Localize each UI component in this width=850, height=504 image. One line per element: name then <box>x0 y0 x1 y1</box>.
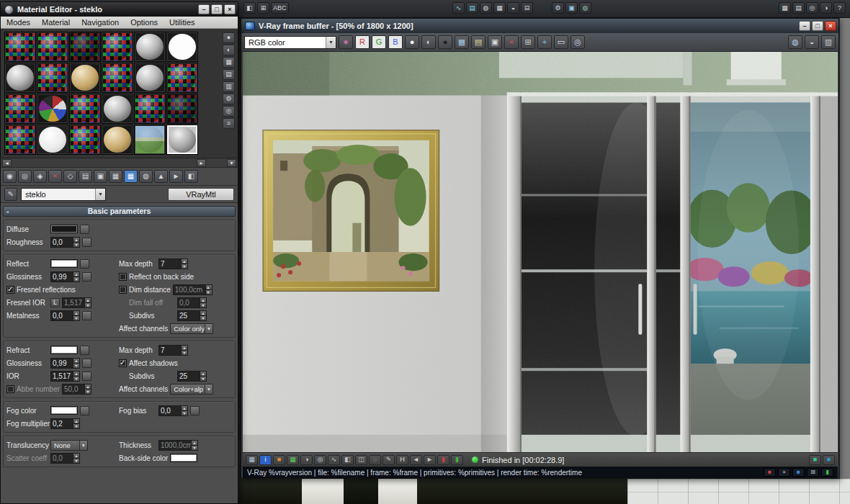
spinner-down-arrow[interactable] <box>85 389 91 394</box>
spinner-value[interactable]: 100,0cm <box>174 285 205 294</box>
display-toggle-icon[interactable]: ◑ <box>820 2 832 14</box>
spinner-value[interactable]: 7 <box>159 346 181 355</box>
show-map-in-viewport-icon[interactable]: ▦ <box>124 170 138 183</box>
sample-type-icon[interactable]: ● <box>223 32 235 43</box>
scroll-down-arrow[interactable]: ▼ <box>227 159 236 167</box>
spinner-value[interactable]: 0,0 <box>178 298 200 307</box>
curve-editor-icon[interactable]: ∿ <box>452 2 465 14</box>
render-setup-icon[interactable]: ⚙ <box>552 2 564 14</box>
color-swatch-icon[interactable]: ■ <box>273 455 285 465</box>
fresnel-reflections-checkbox[interactable] <box>6 286 14 294</box>
get-material-icon[interactable]: ◉ <box>3 170 17 183</box>
material-sample-slot[interactable] <box>37 32 68 62</box>
rollout-collapse-icon[interactable]: - <box>6 207 9 216</box>
material-sample-slot[interactable] <box>166 125 198 155</box>
spinner-down-arrow[interactable] <box>200 315 206 320</box>
refract-affect-channels-select[interactable]: Color+alp ▼ <box>170 384 213 395</box>
spinner-down-arrow[interactable] <box>73 423 79 428</box>
align-icon[interactable]: ⊞ <box>257 2 269 14</box>
scroll-left-arrow[interactable]: ◄ <box>2 159 12 167</box>
show-end-result-icon[interactable]: ◍ <box>139 170 153 183</box>
material-sample-slot[interactable] <box>69 32 101 62</box>
make-unique-icon[interactable]: ◇ <box>63 170 77 183</box>
refract-glossiness-spinner[interactable]: 0,99 <box>50 358 80 369</box>
refract-subdivs-spinner[interactable]: 25 <box>177 371 207 382</box>
material-navigator-icon[interactable]: ≡ <box>223 118 235 129</box>
put-to-scene-icon[interactable]: ◎ <box>18 170 32 183</box>
render-production-icon[interactable]: ◍ <box>579 2 591 14</box>
vfb-maximize-button[interactable]: □ <box>812 21 823 31</box>
material-sample-slot[interactable] <box>37 125 68 155</box>
toolbar-half-icon[interactable]: ◒ <box>507 2 519 14</box>
layers-icon[interactable]: ◫ <box>355 455 367 465</box>
show-corrections-icon[interactable]: ◒ <box>805 35 819 49</box>
affect-channels-select[interactable]: Color only ▼ <box>170 323 213 334</box>
fresnel-ior-spinner[interactable]: 1,517 <box>62 297 91 308</box>
fog-bias-spinner[interactable]: 0,0 <box>158 405 188 416</box>
info-icon[interactable]: i <box>259 455 272 465</box>
material-sample-slot[interactable] <box>69 125 101 155</box>
spinner-value[interactable]: 0,2 <box>51 419 73 428</box>
abbe-number-checkbox[interactable] <box>6 385 14 393</box>
spinner-down-arrow[interactable] <box>73 242 79 247</box>
material-sample-slot[interactable] <box>134 32 166 62</box>
fresnel-ior-lock-button[interactable]: L <box>50 298 60 307</box>
assign-to-selection-icon[interactable]: ◈ <box>33 170 47 183</box>
scroll-right-arrow[interactable]: ► <box>197 159 206 167</box>
link-icon[interactable]: ■ <box>823 455 835 465</box>
translucency-select[interactable]: None ▼ <box>50 440 88 451</box>
letter-h-icon[interactable]: H <box>396 455 408 465</box>
material-editor-toolbar-icon[interactable]: ◍ <box>480 2 492 14</box>
sample-ui-icon[interactable]: ◧ <box>184 170 198 183</box>
max-depth-spinner[interactable]: 7 <box>158 258 188 269</box>
fog-multiplier-spinner[interactable]: 0,2 <box>50 418 80 429</box>
reflect-glossiness-map-button[interactable] <box>82 272 91 282</box>
toolbar-grid-icon[interactable]: ▦ <box>493 2 506 14</box>
stamp-grid-icon[interactable]: ⊞ <box>807 468 819 477</box>
basic-parameters-rollout[interactable]: - Basic parameters <box>3 206 236 217</box>
put-to-library-icon[interactable]: ▤ <box>79 170 92 183</box>
go-forward-icon[interactable]: ► <box>169 170 183 183</box>
pixel-information-icon[interactable]: ◎ <box>571 35 585 49</box>
backside-color-swatch[interactable] <box>170 454 197 462</box>
magnifier-icon[interactable]: ◎ <box>314 455 326 465</box>
layer-manager-icon[interactable]: ▤ <box>792 2 805 14</box>
reflect-subdivs-spinner[interactable]: 25 <box>177 310 207 321</box>
blue-channel-icon[interactable]: B <box>388 35 403 49</box>
spinner-value[interactable]: 0,99 <box>51 359 73 368</box>
stamp-blue-icon[interactable]: ■ <box>792 468 805 477</box>
refract-glossiness-map-button[interactable] <box>82 359 91 368</box>
vfb-minimize-button[interactable]: – <box>799 21 810 31</box>
spinner-value[interactable]: 0,0 <box>51 311 73 320</box>
eyedropper-icon[interactable]: ✎ <box>4 188 17 201</box>
reflect-color-swatch[interactable] <box>50 259 78 268</box>
spinner-down-arrow[interactable] <box>182 264 187 269</box>
spinner-value[interactable]: 50,0 <box>63 384 84 394</box>
spinner-down-arrow[interactable] <box>182 350 187 355</box>
dim-falloff-spinner[interactable]: 0,0 <box>177 297 207 308</box>
reflect-back-side-checkbox[interactable] <box>119 273 127 281</box>
material-id-icon[interactable]: ▣ <box>94 170 107 183</box>
stereo-icon[interactable]: ▥ <box>821 35 836 49</box>
reflect-glossiness-spinner[interactable]: 0,99 <box>50 271 80 282</box>
stamp-green-icon[interactable]: ▮ <box>821 468 833 477</box>
thickness-spinner[interactable]: 1000,0cm <box>158 440 198 451</box>
ior-map-button[interactable] <box>82 372 91 381</box>
material-sample-slot[interactable] <box>102 63 133 93</box>
material-sample-slot[interactable] <box>102 32 133 62</box>
spinner-value[interactable]: 1,517 <box>63 298 84 307</box>
spinner-down-arrow[interactable] <box>73 458 79 463</box>
options-icon[interactable]: ⚙ <box>223 94 235 104</box>
viewport-render-strip[interactable] <box>238 479 850 504</box>
dock-right-icon[interactable]: ► <box>424 455 436 465</box>
stamp-close-icon[interactable]: × <box>778 468 790 477</box>
rename-abc-icon[interactable]: ABC <box>271 2 289 14</box>
fog-color-swatch[interactable] <box>50 406 78 415</box>
clear-image-icon[interactable]: × <box>504 35 519 49</box>
schematic-view-icon[interactable]: ▤ <box>466 2 478 14</box>
roughness-spinner[interactable]: 0,0 <box>50 237 80 248</box>
annotate-icon[interactable]: ✎ <box>382 455 395 465</box>
workspace-icon[interactable]: ▦ <box>779 2 791 14</box>
background-icon[interactable]: ▦ <box>223 57 235 68</box>
material-sample-slot[interactable] <box>134 94 166 124</box>
